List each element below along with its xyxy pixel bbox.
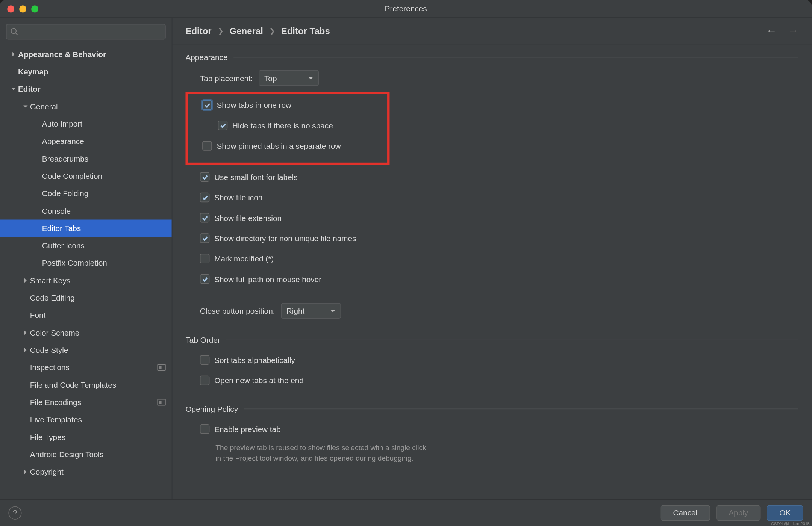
sidebar-item[interactable]: General: [0, 98, 172, 115]
chevron-down-icon: [8, 86, 18, 92]
close-button-select[interactable]: Right: [281, 303, 341, 319]
checkbox-label: Show file icon: [214, 193, 262, 202]
help-button[interactable]: ?: [8, 506, 21, 519]
checkbox[interactable]: [200, 274, 210, 284]
sidebar-item[interactable]: Appearance: [0, 133, 172, 150]
file-icon-row[interactable]: Show file icon: [185, 190, 798, 204]
sidebar-item-label: Copyright: [30, 467, 166, 476]
body: Appearance & BehaviorKeymapEditorGeneral…: [0, 18, 812, 499]
open-end-row[interactable]: Open new tabs at the end: [185, 373, 798, 387]
breadcrumb: Editor ❯ General ❯ Editor Tabs: [185, 26, 766, 36]
sidebar-item[interactable]: Gutter Icons: [0, 237, 172, 254]
sidebar-item[interactable]: Code Folding: [0, 185, 172, 202]
small-font-row[interactable]: Use small font for labels: [185, 170, 798, 184]
tab-placement-select[interactable]: Top: [259, 70, 319, 86]
sort-alpha-row[interactable]: Sort tabs alphabetically: [185, 353, 798, 367]
sidebar-item[interactable]: Color Scheme: [0, 324, 172, 341]
chevron-down-icon: [330, 308, 335, 313]
sidebar-item-label: Code Style: [30, 346, 166, 355]
chevron-right-icon: [20, 330, 30, 335]
pinned-separate-row[interactable]: Show pinned tabs in a separate row: [188, 139, 387, 153]
dir-nonunique-row[interactable]: Show directory for non-unique file names: [185, 231, 798, 245]
checkbox[interactable]: [218, 121, 228, 130]
checkbox-label: Use small font for labels: [214, 172, 298, 181]
sidebar-item[interactable]: Code Style: [0, 342, 172, 359]
close-button-row: Close button position: Right: [185, 303, 798, 319]
sidebar-item-label: Inspections: [30, 363, 154, 372]
sidebar-item-label: File and Code Templates: [30, 380, 166, 389]
tab-placement-row: Tab placement: Top: [185, 70, 798, 86]
sidebar-item[interactable]: Editor: [0, 80, 172, 98]
preferences-window: Preferences Appearance & BehaviorKeymapE…: [0, 0, 812, 526]
cancel-button[interactable]: Cancel: [661, 505, 710, 521]
sidebar-item-label: Live Templates: [30, 415, 166, 424]
chevron-down-icon: [308, 75, 314, 80]
main-panel: Editor ❯ General ❯ Editor Tabs ← → Appea…: [172, 18, 812, 499]
sidebar-item[interactable]: Postfix Completion: [0, 254, 172, 272]
checkbox[interactable]: [200, 254, 210, 264]
header: Editor ❯ General ❯ Editor Tabs ← →: [172, 18, 812, 44]
chevron-right-icon: ❯: [218, 27, 224, 35]
checkbox-label: Sort tabs alphabetically: [214, 355, 295, 364]
sidebar-item[interactable]: File and Code Templates: [0, 376, 172, 393]
sidebar-item-label: Code Editing: [30, 293, 166, 302]
sidebar-item-label: Keymap: [18, 67, 166, 76]
mark-modified-row[interactable]: Mark modified (*): [185, 251, 798, 266]
hide-tabs-no-space[interactable]: Hide tabs if there is no space: [188, 118, 387, 133]
nav-arrows: ← →: [766, 24, 798, 37]
checkbox[interactable]: [200, 213, 210, 223]
checkbox[interactable]: [202, 100, 212, 110]
sidebar-item[interactable]: File Types: [0, 428, 172, 446]
apply-button[interactable]: Apply: [716, 505, 761, 521]
checkbox[interactable]: [200, 376, 210, 385]
checkbox-label: Show full path on mouse hover: [214, 275, 321, 284]
sidebar-item[interactable]: Copyright: [0, 463, 172, 481]
search-input[interactable]: [21, 27, 162, 36]
checkbox[interactable]: [200, 355, 210, 365]
full-path-hover-row[interactable]: Show full path on mouse hover: [185, 272, 798, 286]
sidebar-item-label: File Encodings: [30, 398, 154, 407]
checkbox[interactable]: [200, 193, 210, 203]
tab-placement-label: Tab placement:: [200, 74, 253, 83]
checkbox[interactable]: [200, 424, 210, 434]
sidebar-item[interactable]: Console: [0, 202, 172, 219]
breadcrumb-item[interactable]: Editor Tabs: [281, 26, 330, 36]
sidebar-item-label: Postfix Completion: [42, 258, 166, 268]
sidebar-item[interactable]: Code Completion: [0, 168, 172, 185]
section-tab-order: Tab Order: [185, 336, 798, 345]
settings-tree[interactable]: Appearance & BehaviorKeymapEditorGeneral…: [0, 45, 172, 499]
chevron-right-icon: [20, 278, 30, 283]
sidebar-item[interactable]: File Encodings: [0, 394, 172, 411]
sidebar-item[interactable]: Inspections: [0, 359, 172, 376]
sidebar-item[interactable]: Keymap: [0, 63, 172, 80]
checkbox[interactable]: [202, 141, 212, 151]
sidebar-item[interactable]: Editor Tabs: [0, 220, 172, 237]
breadcrumb-item[interactable]: General: [230, 26, 263, 36]
sidebar-item[interactable]: Live Templates: [0, 411, 172, 428]
checkbox-label: Enable preview tab: [214, 425, 281, 434]
highlight-box: Show tabs in one row Hide tabs if there …: [185, 92, 389, 165]
sidebar-item[interactable]: Breadcrumbs: [0, 150, 172, 167]
sidebar-item[interactable]: Auto Import: [0, 115, 172, 133]
preview-tab-row[interactable]: Enable preview tab: [185, 422, 798, 436]
titlebar: Preferences: [0, 0, 812, 18]
checkbox-label: Show tabs in one row: [217, 100, 292, 109]
back-button[interactable]: ←: [766, 24, 777, 37]
checkbox[interactable]: [200, 233, 210, 243]
forward-button[interactable]: →: [788, 24, 798, 37]
chevron-right-icon: ❯: [269, 27, 275, 35]
chevron-right-icon: [20, 469, 30, 475]
search-icon: [10, 27, 18, 36]
sidebar-item[interactable]: Smart Keys: [0, 272, 172, 289]
sidebar-item[interactable]: Appearance & Behavior: [0, 45, 172, 63]
chevron-down-icon: [20, 104, 30, 109]
sidebar-item[interactable]: Android Design Tools: [0, 446, 172, 463]
sidebar-item[interactable]: Font: [0, 307, 172, 324]
file-ext-row[interactable]: Show file extension: [185, 211, 798, 225]
breadcrumb-item[interactable]: Editor: [185, 26, 211, 36]
show-tabs-one-row[interactable]: Show tabs in one row: [188, 98, 387, 112]
search-field[interactable]: [6, 24, 166, 40]
sidebar-item[interactable]: Code Editing: [0, 289, 172, 307]
ok-button[interactable]: OK: [767, 505, 803, 521]
checkbox[interactable]: [200, 172, 210, 182]
